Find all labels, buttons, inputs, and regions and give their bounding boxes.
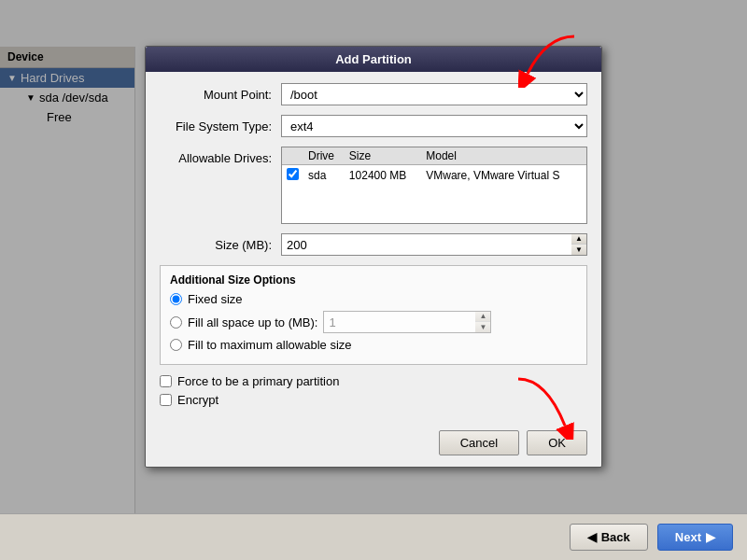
fill-spinner-up: ▲ (475, 312, 490, 322)
encrypt-label: Encrypt (177, 393, 218, 407)
fs-type-row: File System Type: ext4 ext3 ext2 xfs btr… (160, 115, 587, 137)
drives-table: Drive Size Model (282, 147, 586, 223)
dialog-titlebar: Add Partition (146, 47, 601, 72)
fill-spinner-down: ▼ (475, 322, 490, 332)
fill-mb-label: Fill all space up to (MB): (188, 315, 317, 329)
col-size: Size (345, 147, 421, 165)
fixed-size-label: Fixed size (188, 292, 243, 306)
cancel-button[interactable]: Cancel (439, 430, 519, 455)
dialog-wrapper: Add Partition Mount Point: /boot / /home… (145, 46, 602, 468)
fill-mb-row: Fill all space up to (MB): ▲ ▼ (170, 311, 577, 333)
mount-point-select[interactable]: /boot / /home swap (281, 83, 587, 105)
size-options-title: Additional Size Options (170, 273, 577, 287)
allowable-drives-row: Allowable Drives: Drive Size Model (160, 147, 587, 224)
fill-mb-radio[interactable] (170, 316, 182, 329)
size-mb-label: Size (MB): (160, 238, 281, 252)
primary-partition-label: Force to be a primary partition (177, 374, 339, 388)
fill-mb-input[interactable] (323, 311, 475, 333)
allowable-drives-label: Allowable Drives: (160, 147, 281, 165)
fill-max-label: Fill to maximum allowable size (188, 338, 352, 352)
fs-type-select[interactable]: ext4 ext3 ext2 xfs btrfs swap (281, 115, 587, 137)
drive-name-cell: sda (303, 165, 345, 187)
fixed-size-row: Fixed size (170, 292, 577, 306)
size-spinner-up[interactable]: ▲ (571, 234, 586, 245)
size-mb-spinner: ▲ ▼ (281, 233, 587, 256)
col-model: Model (421, 147, 586, 165)
primary-partition-checkbox[interactable] (160, 375, 172, 387)
fs-type-label: File System Type: (160, 119, 281, 133)
dialog-footer: Cancel OK (146, 423, 601, 467)
next-button[interactable]: Next ▶ (657, 524, 733, 551)
size-mb-control: ▲ ▼ (281, 233, 587, 256)
fixed-size-radio[interactable] (170, 293, 182, 305)
col-drive: Drive (303, 147, 345, 165)
empty-row (282, 186, 586, 223)
next-arrow-icon: ▶ (706, 530, 715, 544)
drive-checkbox[interactable] (287, 168, 299, 180)
mount-point-label: Mount Point: (160, 88, 281, 102)
fs-type-control: ext4 ext3 ext2 xfs btrfs swap (281, 115, 587, 137)
back-button-label: Back (601, 530, 630, 544)
fill-max-radio[interactable] (170, 339, 182, 351)
back-arrow-icon: ◀ (587, 530, 597, 544)
modal-overlay: Add Partition Mount Point: /boot / /home… (0, 0, 747, 513)
primary-partition-row: Force to be a primary partition (160, 374, 587, 388)
fill-max-row: Fill to maximum allowable size (170, 338, 577, 352)
mount-point-row: Mount Point: /boot / /home swap (160, 83, 587, 105)
encrypt-checkbox[interactable] (160, 394, 172, 406)
next-button-label: Next (675, 530, 701, 544)
drive-model-cell: VMware, VMware Virtual S (421, 165, 586, 187)
fill-mb-spinner: ▲ ▼ (323, 311, 491, 333)
size-mb-input[interactable] (281, 233, 571, 256)
size-spinner-buttons: ▲ ▼ (571, 233, 587, 256)
drives-table-wrapper: Drive Size Model (281, 147, 587, 224)
encrypt-row: Encrypt (160, 393, 587, 407)
add-partition-dialog: Add Partition Mount Point: /boot / /home… (145, 46, 602, 468)
dialog-body: Mount Point: /boot / /home swap File Sys… (146, 72, 601, 423)
mount-point-control: /boot / /home swap (281, 83, 587, 105)
ok-button[interactable]: OK (527, 430, 587, 455)
drives-table-container: Drive Size Model (281, 147, 587, 224)
drive-checkbox-cell[interactable] (282, 165, 303, 187)
back-button[interactable]: ◀ Back (570, 524, 648, 551)
fill-spinner-buttons: ▲ ▼ (475, 311, 491, 333)
size-spinner-down[interactable]: ▼ (571, 245, 586, 255)
bottom-nav-bar: ◀ Back Next ▶ (0, 513, 747, 560)
drive-size-cell: 102400 MB (345, 165, 421, 187)
additional-size-options: Additional Size Options Fixed size Fill … (160, 265, 587, 365)
size-mb-row: Size (MB): ▲ ▼ (160, 233, 587, 256)
table-row: sda 102400 MB VMware, VMware Virtual S (282, 165, 586, 187)
fill-mb-input-wrapper: ▲ ▼ (323, 311, 491, 333)
col-check (282, 147, 303, 165)
